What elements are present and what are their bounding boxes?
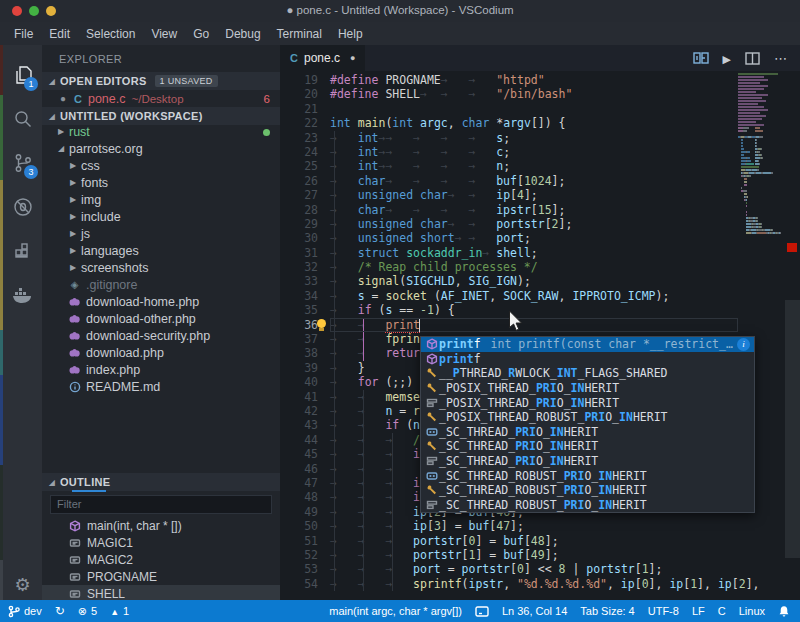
tree-item-download-php[interactable]: download.php xyxy=(42,344,280,361)
line-number[interactable]: 27 xyxy=(280,188,318,202)
run-icon[interactable]: ▶ xyxy=(723,49,731,67)
suggest-item--sc-thread-prio-inherit[interactable]: _SC_THREAD_PRIO_INHERIT xyxy=(421,425,754,440)
line-number[interactable]: 40 xyxy=(280,375,318,389)
line-number[interactable]: 50 xyxy=(280,519,318,533)
suggest-item--sc-thread-prio-inherit[interactable]: _SC_THREAD_PRIO_INHERIT xyxy=(421,439,754,454)
tree-item-rust[interactable]: ▶rust xyxy=(42,123,280,140)
tree-item-download-other-php[interactable]: download-other.php xyxy=(42,310,280,327)
line-number[interactable]: 51 xyxy=(280,534,318,548)
code-line-26[interactable]: 26→ char→ → → → buf[1024]; xyxy=(280,174,800,188)
line-number[interactable]: 28 xyxy=(280,203,318,217)
status-right-tab-size-4[interactable]: Tab Size: 4 xyxy=(580,605,634,617)
line-number[interactable]: 23 xyxy=(280,131,318,145)
line-number[interactable]: 41 xyxy=(280,390,318,404)
minimap[interactable] xyxy=(738,73,784,235)
outline-header[interactable]: ◢ OUTLINE xyxy=(42,473,280,491)
code-line-27[interactable]: 27→ unsigned char→ → ip[4]; xyxy=(280,188,800,202)
tree-item-fonts[interactable]: ▶fonts xyxy=(42,174,280,191)
line-number[interactable]: 47 xyxy=(280,476,318,490)
line-number[interactable]: 24 xyxy=(280,145,318,159)
menu-selection[interactable]: Selection xyxy=(78,25,143,43)
menu-view[interactable]: View xyxy=(143,25,185,43)
source-control-icon[interactable]: 3 xyxy=(3,141,42,185)
code-line-25[interactable]: 25→ int→→ → → → n; xyxy=(280,159,800,173)
extensions-icon[interactable] xyxy=(3,229,42,273)
code-line-31[interactable]: 31→ struct sockaddr_in→ shell; xyxy=(280,246,800,260)
code-line-51[interactable]: 51→ → → portstr[0] = buf[48]; xyxy=(280,534,800,548)
more-actions-icon[interactable]: ⋯ xyxy=(774,49,788,67)
code-line-35[interactable]: 35→ if (s == -1) { xyxy=(280,303,800,317)
line-number[interactable]: 38 xyxy=(280,346,318,360)
tree-item-download-security-php[interactable]: download-security.php xyxy=(42,327,280,344)
status-left-branch[interactable]: dev xyxy=(8,605,42,618)
code-line-29[interactable]: 29→ unsigned char→ → portstr[2]; xyxy=(280,217,800,231)
outline-item-main-int-char-[interactable]: main(int, char * []) xyxy=(42,517,280,534)
status-right-lf[interactable]: LF xyxy=(692,605,705,617)
suggest-item-printf[interactable]: printfint printf(const char *__restrict_… xyxy=(421,337,754,352)
line-number[interactable]: 46 xyxy=(280,462,318,476)
line-number[interactable]: 53 xyxy=(280,562,318,576)
code-line-28[interactable]: 28→ char→ → → → ipstr[15]; xyxy=(280,203,800,217)
line-number[interactable]: 42 xyxy=(280,404,318,418)
tree-item-js[interactable]: ▶js xyxy=(42,225,280,242)
status-right-ln-36-col-14[interactable]: Ln 36, Col 14 xyxy=(502,605,567,617)
debug-icon[interactable] xyxy=(3,185,42,229)
status-right-utf-8[interactable]: UTF-8 xyxy=(648,605,679,617)
tree-item-languages[interactable]: ▶languages xyxy=(42,242,280,259)
outline-item-progname[interactable]: PROGNAME xyxy=(42,568,280,585)
outline-item-magic1[interactable]: MAGIC1 xyxy=(42,534,280,551)
line-number[interactable]: 31 xyxy=(280,246,318,260)
code-line-19[interactable]: 19#define PROGNAME→ → "httpd" xyxy=(280,73,800,87)
tree-item-css[interactable]: ▶css xyxy=(42,157,280,174)
line-number[interactable]: 34 xyxy=(280,289,318,303)
tree-item-screenshots[interactable]: ▶screenshots xyxy=(42,259,280,276)
open-changes-icon[interactable] xyxy=(693,51,709,65)
menu-terminal[interactable]: Terminal xyxy=(269,25,330,43)
status-right-picker[interactable] xyxy=(475,606,489,617)
scrollbar-slider[interactable] xyxy=(785,300,800,558)
suggest-item--pthread-rwlock-int-flags-shared[interactable]: __PTHREAD_RWLOCK_INT_FLAGS_SHARED xyxy=(421,366,754,381)
line-number[interactable]: 49 xyxy=(280,505,318,519)
status-left-warning[interactable]: ▲1 xyxy=(110,605,129,617)
code-line-32[interactable]: 32→ /* Reap child processes */ xyxy=(280,260,800,274)
title-bar[interactable]: ● pone.c - Untitled (Workspace) - VSCodi… xyxy=(0,0,800,22)
tree-item-parrotsec-org[interactable]: ◢parrotsec.org xyxy=(42,140,280,157)
line-number[interactable]: 52 xyxy=(280,548,318,562)
line-number[interactable]: 36 xyxy=(280,318,318,332)
outline-item-magic2[interactable]: MAGIC2 xyxy=(42,551,280,568)
line-number[interactable]: 39 xyxy=(280,361,318,375)
tree-item-readme-md[interactable]: README.md xyxy=(42,378,280,395)
search-icon[interactable] xyxy=(3,97,42,141)
outline-item-shell[interactable]: SHELL xyxy=(42,585,280,600)
suggest-item--sc-thread-robust-prio-inherit[interactable]: _SC_THREAD_ROBUST_PRIO_INHERIT xyxy=(421,498,754,513)
tree-item-index-php[interactable]: index.php xyxy=(42,361,280,378)
code-line-21[interactable]: 21 xyxy=(280,102,800,116)
code-line-50[interactable]: 50→ → → ip[3] = buf[47]; xyxy=(280,519,800,533)
line-number[interactable]: 20 xyxy=(280,87,318,101)
status-left-error[interactable]: ⊗5 xyxy=(78,605,97,617)
menu-file[interactable]: File xyxy=(6,25,41,43)
line-number[interactable]: 29 xyxy=(280,217,318,231)
tree-item-download-home-php[interactable]: download-home.php xyxy=(42,293,280,310)
open-editor-pone[interactable]: ● C pone.c ~/Desktop 6 xyxy=(42,90,280,107)
suggest-item--sc-thread-prio-inherit[interactable]: _SC_THREAD_PRIO_INHERIT xyxy=(421,454,754,469)
code-line-30[interactable]: 30→ unsigned short→ → port; xyxy=(280,231,800,245)
suggest-item-printf[interactable]: printf xyxy=(421,352,754,367)
line-number[interactable]: 22 xyxy=(280,116,318,130)
line-number[interactable]: 48 xyxy=(280,490,318,504)
code-line-36[interactable]: 36→ → print xyxy=(280,318,800,332)
line-number[interactable]: 25 xyxy=(280,159,318,173)
line-number[interactable]: 44 xyxy=(280,433,318,447)
line-number[interactable]: 35 xyxy=(280,303,318,317)
menu-debug[interactable]: Debug xyxy=(217,25,268,43)
split-editor-icon[interactable] xyxy=(745,52,760,65)
code-line-22[interactable]: 22int main(int argc, char *argv[]) { xyxy=(280,116,800,130)
status-right-c[interactable]: C xyxy=(718,605,726,617)
suggest-item--posix-thread-prio-inherit[interactable]: _POSIX_THREAD_PRIO_INHERIT xyxy=(421,395,754,410)
line-number[interactable]: 54 xyxy=(280,577,318,591)
line-number[interactable]: 45 xyxy=(280,447,318,461)
line-number[interactable]: 32 xyxy=(280,260,318,274)
suggest-item--sc-thread-robust-prio-inherit[interactable]: _SC_THREAD_ROBUST_PRIO_INHERIT xyxy=(421,483,754,498)
line-number[interactable]: 43 xyxy=(280,418,318,432)
code-area[interactable]: 19#define PROGNAME→ → "httpd"20#define S… xyxy=(280,71,800,600)
